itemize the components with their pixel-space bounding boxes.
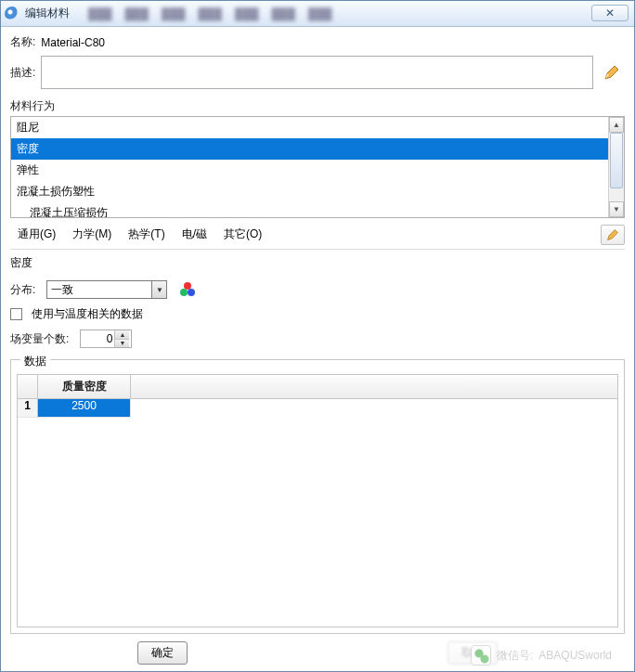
- content-area: 名称: Material-C80 描述: 材料行为 阻尼密度弹性混凝土损伤塑性混…: [1, 27, 634, 671]
- menu-emag[interactable]: 电/磁: [175, 224, 214, 245]
- behavior-item[interactable]: 阻尼: [11, 117, 608, 138]
- description-input[interactable]: [41, 56, 593, 89]
- watermark: 微信号: ABAQUSworld: [471, 645, 612, 666]
- edit-description-button[interactable]: [599, 59, 625, 85]
- pencil-icon: [603, 64, 620, 81]
- menu-general[interactable]: 通用(G): [10, 224, 63, 245]
- use-temperature-label: 使用与温度相关的数据: [32, 306, 143, 322]
- delete-behavior-button[interactable]: [601, 225, 625, 245]
- fieldvars-row: 场变量个数: ▲ ▼: [10, 330, 625, 348]
- behavior-item[interactable]: 密度: [11, 138, 608, 160]
- spin-down-button[interactable]: ▼: [115, 340, 129, 348]
- scroll-down-button[interactable]: ▼: [609, 201, 624, 217]
- distribution-value: 一致: [47, 282, 151, 298]
- eraser-icon: [606, 228, 619, 241]
- spin-up-button[interactable]: ▲: [115, 330, 129, 340]
- behavior-listbox[interactable]: 阻尼密度弹性混凝土损伤塑性混凝土压缩损伤 ▲ ▼: [10, 116, 625, 218]
- edit-material-dialog: 编辑材料 █████████████████████ ✕ 名称: Materia…: [0, 0, 635, 672]
- app-icon: [5, 6, 19, 21]
- scroll-up-button[interactable]: ▲: [609, 117, 624, 133]
- footer: 确定 取消 微信号: ABAQUSworld: [10, 634, 625, 671]
- wechat-icon: [471, 645, 491, 666]
- fieldvars-input[interactable]: [81, 332, 114, 345]
- scroll-thumb[interactable]: [610, 133, 623, 188]
- cell-mass-density[interactable]: 2500: [38, 399, 131, 418]
- behavior-item[interactable]: 混凝土压缩损伤: [11, 202, 608, 217]
- grid-col-mass-density[interactable]: 质量密度: [38, 375, 131, 398]
- description-row: 描述:: [10, 56, 625, 89]
- titlebar: 编辑材料 █████████████████████ ✕: [1, 1, 634, 27]
- grid-body: 12500: [18, 399, 617, 627]
- menu-thermal[interactable]: 热学(T): [121, 224, 172, 245]
- use-temperature-checkbox[interactable]: [10, 308, 22, 320]
- data-fieldset: 数据 质量密度 12500: [10, 359, 625, 634]
- chevron-down-icon[interactable]: ▼: [151, 281, 166, 298]
- temperature-row: 使用与温度相关的数据: [10, 306, 625, 322]
- behavior-menubar: 通用(G) 力学(M) 热学(T) 电/磁 其它(O): [10, 224, 625, 245]
- description-label: 描述:: [10, 65, 35, 81]
- watermark-label: 微信号:: [497, 648, 533, 664]
- name-value: Material-C80: [41, 36, 105, 49]
- grid-header: 质量密度: [18, 375, 617, 399]
- density-panel: 密度 分布: 一致 ▼ 使用与温度相关的数据 场变量个数:: [10, 249, 625, 634]
- behavior-item[interactable]: 弹性: [11, 160, 608, 181]
- fieldvars-label: 场变量个数:: [10, 331, 69, 347]
- watermark-value: ABAQUSworld: [538, 649, 612, 662]
- data-legend: 数据: [20, 354, 50, 369]
- fieldvars-spinner[interactable]: ▲ ▼: [80, 330, 132, 348]
- distribution-row: 分布: 一致 ▼: [10, 280, 625, 299]
- background-blur: █████████████████████: [88, 7, 332, 20]
- density-title: 密度: [10, 255, 625, 271]
- close-button[interactable]: ✕: [591, 5, 629, 21]
- distribution-combo[interactable]: 一致 ▼: [46, 280, 167, 299]
- density-grid[interactable]: 质量密度 12500: [17, 374, 618, 627]
- table-row[interactable]: 12500: [18, 399, 617, 418]
- window-title: 编辑材料: [25, 6, 70, 21]
- behavior-scrollbar[interactable]: ▲ ▼: [608, 117, 624, 217]
- field-mapping-button[interactable]: [180, 282, 195, 297]
- close-icon: ✕: [605, 6, 615, 19]
- menu-mechanical[interactable]: 力学(M): [65, 224, 119, 245]
- grid-corner: [18, 375, 38, 398]
- row-index[interactable]: 1: [18, 399, 38, 418]
- ok-button[interactable]: 确定: [137, 641, 188, 665]
- scroll-track[interactable]: [609, 133, 624, 201]
- name-label: 名称:: [10, 34, 35, 50]
- behavior-item[interactable]: 混凝土损伤塑性: [11, 181, 608, 202]
- distribution-label: 分布:: [10, 282, 35, 298]
- behavior-items: 阻尼密度弹性混凝土损伤塑性混凝土压缩损伤: [11, 117, 608, 217]
- svg-marker-2: [608, 229, 618, 239]
- name-row: 名称: Material-C80: [10, 34, 625, 50]
- behavior-section-label: 材料行为: [10, 98, 625, 114]
- menu-other[interactable]: 其它(O): [216, 224, 269, 245]
